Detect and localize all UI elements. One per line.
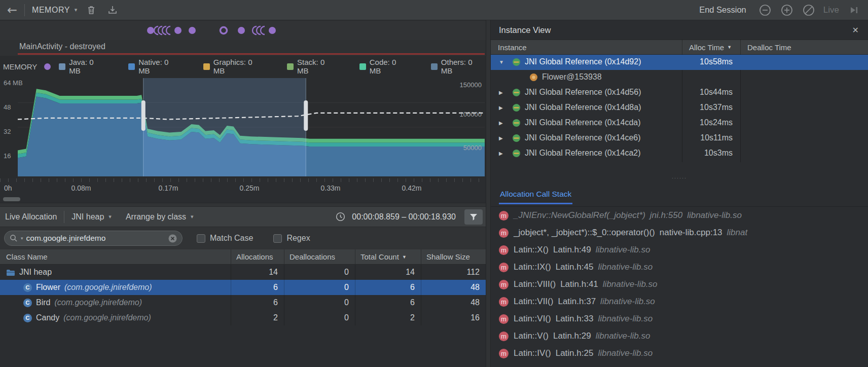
stack-frame[interactable]: m Latin::IV()Latin.h:25libnative-lib.so bbox=[491, 345, 868, 362]
jni-ref-icon bbox=[512, 149, 521, 160]
column-header-alloc-time[interactable]: Alloc Time▼ bbox=[682, 40, 732, 54]
instance-row[interactable]: ▼ JNI Global Reference (0x14d92) 10s58ms bbox=[491, 55, 868, 70]
alloc-time-value: 10s24ms bbox=[682, 118, 733, 127]
total-count-value: 14 bbox=[355, 265, 421, 280]
column-header-total-count[interactable]: Total Count▼ bbox=[355, 249, 421, 264]
stack-frame[interactable]: m _JNIEnv::NewGlobalRef(_jobject*)jni.h:… bbox=[491, 207, 868, 224]
search-input[interactable] bbox=[26, 234, 165, 243]
column-header-instance[interactable]: Instance bbox=[491, 40, 527, 54]
search-history-chevron-icon[interactable]: ▾ bbox=[21, 236, 23, 241]
discard-session-icon[interactable] bbox=[84, 3, 98, 17]
column-header-shallow-size[interactable]: Shallow Size bbox=[421, 249, 486, 264]
instance-row[interactable]: ▶ JNI Global Reference (0x14ca2) 10s3ms bbox=[491, 146, 868, 161]
profiler-selector-label: MEMORY bbox=[32, 6, 70, 15]
deallocations-value: 0 bbox=[284, 310, 355, 325]
regex-checkbox[interactable] bbox=[273, 234, 282, 243]
filter-row: ▾ Match Case Regex bbox=[0, 227, 486, 249]
chevron-down-icon: ▾ bbox=[75, 7, 78, 13]
stack-frame[interactable]: m Latin::X()Latin.h:49libnative-lib.so bbox=[491, 241, 868, 259]
stack-frame[interactable]: m Latin::V()Latin.h:29libnative-lib.so bbox=[491, 327, 868, 345]
stack-frame[interactable]: m Latin::VII()Latin.h:37libnative-lib.so bbox=[491, 293, 868, 310]
frame-library: libnative-lib.so bbox=[598, 348, 653, 358]
horizontal-splitter[interactable]: ······ bbox=[0, 203, 486, 207]
horizontal-splitter[interactable]: ······ bbox=[491, 172, 868, 181]
instance-row[interactable]: ▶ JNI Global Reference (0x14cda) 10s24ms bbox=[491, 116, 868, 131]
column-header-dealloc-time[interactable]: Dealloc Time bbox=[740, 40, 791, 54]
go-live-button[interactable]: Live bbox=[823, 5, 839, 15]
instance-label: JNI Global Reference (0x14d56) bbox=[525, 88, 641, 97]
stack-frame[interactable]: m Latin::VIII()Latin.h:41libnative-lib.s… bbox=[491, 276, 868, 293]
instance-child-row[interactable]: Flower@153938 bbox=[491, 70, 868, 85]
table-row-candy[interactable]: C Candy (com.google.jnirefdemo) 2 0 2 16 bbox=[0, 310, 486, 325]
android-studio-memory-profiler: ← MEMORY ▾ End Session Live bbox=[0, 0, 868, 367]
stack-frame[interactable]: m _jobject*, _jobject*)::$_0::operator()… bbox=[491, 224, 868, 241]
timeline-scrollbar[interactable] bbox=[0, 196, 486, 203]
event-ring bbox=[221, 27, 227, 34]
frame-location: native-lib.cpp:13 bbox=[660, 228, 722, 237]
table-row-flower[interactable]: C Flower (com.google.jnirefdemo) 6 0 6 4… bbox=[0, 280, 486, 295]
heap-selector[interactable]: JNI heap ▾ bbox=[71, 212, 112, 222]
frame-library: libnative-lib.so bbox=[596, 331, 650, 341]
clear-search-icon[interactable] bbox=[168, 234, 177, 243]
zoom-out-icon[interactable] bbox=[758, 3, 772, 17]
end-session-button[interactable]: End Session bbox=[699, 5, 746, 15]
instance-label: JNI Global Reference (0x14d8a) bbox=[525, 103, 641, 112]
regex-label: Regex bbox=[286, 234, 310, 243]
column-header-allocations[interactable]: Allocations bbox=[231, 249, 284, 264]
scrollbar-thumb[interactable] bbox=[3, 197, 20, 201]
column-header-deallocations[interactable]: Deallocations bbox=[284, 249, 355, 264]
filter-button[interactable] bbox=[464, 209, 483, 225]
expander-collapsed-icon[interactable]: ▶ bbox=[499, 90, 503, 95]
expander-collapsed-icon[interactable]: ▶ bbox=[499, 151, 503, 156]
method-icon: m bbox=[499, 211, 509, 221]
event-ripples bbox=[154, 26, 265, 34]
expander-expanded-icon[interactable]: ▼ bbox=[499, 59, 504, 65]
frame-location: Latin.h:25 bbox=[556, 348, 594, 358]
legend-color-chip bbox=[203, 63, 210, 70]
table-row-jni-heap[interactable]: JNI heap 14 0 14 112 bbox=[0, 265, 486, 280]
event-dot bbox=[238, 27, 245, 34]
expander-collapsed-icon[interactable]: ▶ bbox=[499, 120, 503, 126]
table-row-bird[interactable]: C Bird (com.google.jnirefdemo) 6 0 6 48 bbox=[0, 295, 486, 310]
instance-row[interactable]: ▶ JNI Global Reference (0x14d56) 10s44ms bbox=[491, 85, 868, 100]
frame-method: Latin::X() bbox=[514, 245, 549, 254]
alloc-time-value: 10s37ms bbox=[682, 103, 733, 112]
regex-option[interactable]: Regex bbox=[273, 234, 310, 243]
search-field[interactable]: ▾ bbox=[4, 231, 183, 246]
call-stack-tabbar: Allocation Call Stack bbox=[491, 183, 868, 207]
instance-view-titlebar: Instance View ✕ bbox=[491, 20, 868, 40]
total-count-value: 6 bbox=[355, 295, 421, 310]
profiler-selector[interactable]: MEMORY ▾ bbox=[32, 6, 77, 15]
expander-collapsed-icon[interactable]: ▶ bbox=[499, 135, 503, 141]
zoom-in-icon[interactable] bbox=[780, 3, 794, 17]
frame-method: _JNIEnv::NewGlobalRef(_jobject*) bbox=[514, 210, 645, 220]
instance-row[interactable]: ▶ JNI Global Reference (0x14ce6) 10s11ms bbox=[491, 131, 868, 146]
stack-frame[interactable]: m Latin::IX()Latin.h:45libnative-lib.so bbox=[491, 259, 868, 276]
legend-color-chip bbox=[359, 63, 366, 70]
match-case-option[interactable]: Match Case bbox=[197, 234, 253, 243]
class-name: Candy bbox=[36, 313, 59, 322]
legend-color-chip bbox=[59, 63, 65, 70]
instance-label: Flower@153938 bbox=[542, 72, 602, 82]
arrange-selector[interactable]: Arrange by class ▾ bbox=[126, 212, 194, 222]
tab-allocation-call-stack[interactable]: Allocation Call Stack bbox=[499, 190, 572, 204]
stack-frame[interactable]: m Latin::VI()Latin.h:33libnative-lib.so bbox=[491, 310, 868, 327]
class-package: (com.google.jnirefdemo) bbox=[64, 283, 152, 292]
export-session-icon[interactable] bbox=[105, 3, 120, 17]
instance-row[interactable]: ▶ JNI Global Reference (0x14d8a) 10s37ms bbox=[491, 100, 868, 116]
instance-label: JNI Global Reference (0x14cda) bbox=[525, 118, 641, 127]
close-icon[interactable]: ✕ bbox=[852, 25, 859, 35]
legend-item-label: Code: 0 MB bbox=[370, 58, 410, 75]
back-button[interactable]: ← bbox=[7, 4, 17, 16]
expander-collapsed-icon[interactable]: ▶ bbox=[499, 105, 503, 111]
reset-zoom-icon[interactable] bbox=[802, 3, 816, 17]
column-header-class-name[interactable]: Class Name bbox=[0, 249, 231, 264]
skip-to-live-icon[interactable] bbox=[847, 3, 861, 17]
match-case-checkbox[interactable] bbox=[197, 234, 205, 243]
deallocations-value: 0 bbox=[284, 265, 355, 280]
x-axis-tick: 0.33m bbox=[321, 184, 341, 192]
heap-name: JNI heap bbox=[19, 268, 52, 277]
class-name: Flower bbox=[36, 283, 60, 292]
memory-chart-region[interactable]: 64 MB 48 32 16 150000 100000 50000 bbox=[0, 77, 486, 178]
vertical-splitter[interactable] bbox=[486, 20, 491, 367]
